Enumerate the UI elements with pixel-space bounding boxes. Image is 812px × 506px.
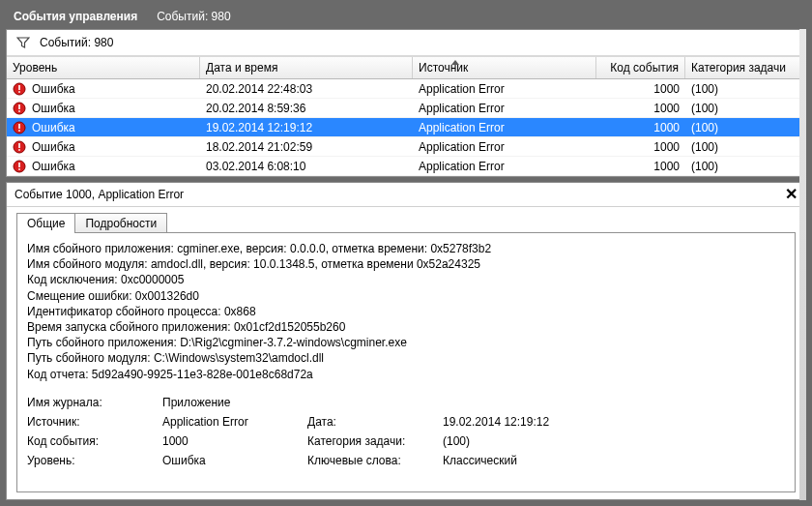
svg-rect-14 [18,168,20,170]
cell-level-text: Ошибка [32,102,75,115]
filter-icon[interactable] [16,36,30,49]
meta-label-logname: Имя журнала: [27,396,162,409]
event-description: Имя сбойного приложения: cgminer.exe, ве… [27,241,785,382]
meta-value-logname: Приложение [162,396,307,409]
window-event-count: Событий: 980 [157,10,230,23]
cell-datetime: 18.02.2014 21:02:59 [200,136,413,158]
table-row[interactable]: Ошибка18.02.2014 21:02:59Application Err… [7,137,805,157]
cell-category: (100) [685,136,801,158]
cell-level-text: Ошибка [32,160,75,173]
svg-rect-1 [18,85,20,90]
meta-value-source: Application Error [162,415,307,429]
error-icon [13,82,26,96]
svg-rect-10 [18,143,20,148]
column-header-category[interactable]: Категория задачи [685,57,801,78]
detail-tabstrip: Общие Подробности [7,207,805,233]
meta-label-source: Источник: [27,415,162,429]
meta-label-keywords: Ключевые слова: [307,454,443,467]
cell-source: Application Error [413,117,596,138]
svg-rect-13 [18,163,20,167]
event-meta-grid: Имя журнала: Приложение Источник: Applic… [27,396,785,467]
svg-rect-8 [18,130,20,132]
cell-datetime: 03.02.2014 6:08:10 [200,156,413,177]
cell-code: 1000 [596,136,685,158]
error-icon [13,121,26,134]
svg-rect-4 [18,104,20,109]
window-title: События управления [14,10,137,23]
sort-indicator-icon [451,60,459,65]
cell-level-text: Ошибка [32,140,75,154]
meta-label-date: Дата: [307,415,443,429]
filter-event-count: Событий: 980 [40,36,113,49]
event-detail-header: Событие 1000, Application Error ✕ [7,183,805,207]
table-row[interactable]: Ошибка20.02.2014 22:48:03Application Err… [7,79,805,99]
table-row[interactable]: Ошибка20.02.2014 8:59:36Application Erro… [7,99,805,118]
cell-level: Ошибка [7,98,200,119]
cell-source: Application Error [413,98,596,119]
description-line: Смещение ошибки: 0x001326d0 [27,288,785,304]
cell-datetime: 20.02.2014 8:59:36 [200,98,413,119]
description-line: Код отчета: 5d92a490-9925-11e3-828e-001e… [27,367,785,382]
cell-datetime: 19.02.2014 12:19:12 [200,117,413,138]
meta-label-level: Уровень: [27,454,162,467]
cell-category: (100) [685,117,801,138]
tab-panel-general: Имя сбойного приложения: cgminer.exe, ве… [16,232,796,492]
description-line: Время запуска сбойного приложения: 0x01c… [27,319,785,335]
meta-value-code: 1000 [162,434,307,448]
error-icon [13,160,26,173]
event-grid-header: Уровень Дата и время Источник Код событи… [7,56,805,79]
column-header-source[interactable]: Источник [413,57,596,78]
event-grid-body: Ошибка20.02.2014 22:48:03Application Err… [7,79,805,176]
cell-category: (100) [685,156,801,177]
cell-level-text: Ошибка [32,82,75,96]
meta-value-keywords: Классический [443,454,617,467]
meta-value-level: Ошибка [162,454,307,467]
svg-rect-2 [18,91,20,93]
column-header-level[interactable]: Уровень [7,57,200,78]
table-row[interactable]: Ошибка19.02.2014 12:19:12Application Err… [7,118,805,137]
tab-general[interactable]: Общие [16,213,75,233]
svg-rect-5 [18,110,20,112]
description-line: Идентификатор сбойного процесса: 0x868 [27,304,785,319]
svg-rect-7 [18,124,20,129]
cell-level: Ошибка [7,79,200,100]
event-header-title: Событие 1000, Application Error [14,188,184,201]
cell-level-text: Ошибка [32,121,75,134]
description-line: Имя сбойного приложения: cgminer.exe, ве… [27,241,785,256]
description-line: Путь сбойного приложения: D:\Rig2\cgmine… [27,335,785,350]
tab-details[interactable]: Подробности [74,213,167,233]
cell-category: (100) [685,98,801,119]
title-bar: События управления Событий: 980 [6,6,806,29]
meta-label-code: Код события: [27,434,162,448]
cell-source: Application Error [413,136,596,158]
meta-value-category: (100) [443,434,617,448]
cell-category: (100) [685,79,801,100]
close-icon[interactable]: ✕ [785,187,798,202]
column-header-code[interactable]: Код события [596,57,685,78]
cell-code: 1000 [596,117,685,138]
description-line: Имя сбойного модуля: amdocl.dll, версия:… [27,256,785,272]
cell-code: 1000 [596,98,685,119]
cell-datetime: 20.02.2014 22:48:03 [200,79,413,100]
cell-level: Ошибка [7,117,200,138]
svg-rect-11 [18,149,20,151]
filter-bar: Событий: 980 [7,30,805,56]
cell-source: Application Error [413,156,596,177]
cell-code: 1000 [596,156,685,177]
cell-level: Ошибка [7,136,200,158]
column-header-datetime[interactable]: Дата и время [200,57,413,78]
error-icon [13,140,26,154]
meta-value-date: 19.02.2014 12:19:12 [443,415,617,429]
cell-code: 1000 [596,79,685,100]
description-line: Код исключения: 0xc0000005 [27,272,785,287]
event-detail-pane: Событие 1000, Application Error ✕ Общие … [6,182,806,500]
cell-source: Application Error [413,79,596,100]
meta-label-category: Категория задачи: [307,434,443,448]
description-line: Путь сбойного модуля: C:\Windows\system3… [27,350,785,366]
error-icon [13,102,26,115]
scrollbar-vertical[interactable] [799,29,806,500]
event-list-pane: Событий: 980 Уровень Дата и время Источн… [6,29,806,177]
cell-level: Ошибка [7,156,200,177]
table-row[interactable]: Ошибка03.02.2014 6:08:10Application Erro… [7,157,805,176]
